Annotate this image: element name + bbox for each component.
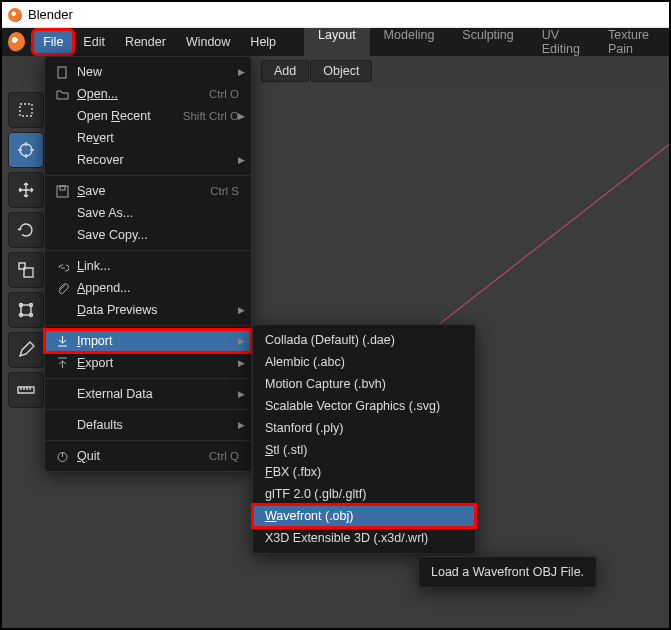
import-alembic[interactable]: Alembic (.abc) <box>253 351 475 373</box>
file-defaults[interactable]: Defaults ▶ <box>45 414 251 436</box>
separator <box>45 440 251 441</box>
menu-file[interactable]: File <box>33 30 73 54</box>
shortcut-text: Shift Ctrl O <box>183 110 239 122</box>
import-svg[interactable]: Scalable Vector Graphics (.svg) <box>253 395 475 417</box>
file-save-as-label: Save As... <box>77 206 243 220</box>
save-icon <box>53 185 71 198</box>
import-collada[interactable]: Collada (Default) (.dae) <box>253 329 475 351</box>
file-save-label: Save <box>77 184 210 198</box>
submenu-arrow-icon: ▶ <box>238 336 245 346</box>
ruler-icon <box>16 380 36 400</box>
import-submenu: Collada (Default) (.dae) Alembic (.abc) … <box>252 324 476 554</box>
file-append-label: Append... <box>77 281 243 295</box>
link-icon <box>53 260 71 273</box>
tool-tweak[interactable] <box>8 92 44 128</box>
toolbar-left <box>8 92 48 408</box>
import-bvh[interactable]: Motion Capture (.bvh) <box>253 373 475 395</box>
svg-rect-10 <box>58 67 66 78</box>
tool-transform[interactable] <box>8 292 44 328</box>
tab-texture-paint[interactable]: Texture Pain <box>594 28 663 61</box>
file-import[interactable]: Import ▶ <box>45 330 251 352</box>
menu-window[interactable]: Window <box>176 30 240 54</box>
file-new[interactable]: New ▶ <box>45 61 251 83</box>
submenu-arrow-icon: ▶ <box>238 420 245 430</box>
menu-render[interactable]: Render <box>115 30 176 54</box>
file-data-previews[interactable]: Data Previews ▶ <box>45 299 251 321</box>
separator <box>45 325 251 326</box>
menu-help[interactable]: Help <box>240 30 286 54</box>
tool-annotate[interactable] <box>8 332 44 368</box>
file-revert[interactable]: Revert <box>45 127 251 149</box>
scale-icon <box>16 260 36 280</box>
file-revert-label: Revert <box>77 131 243 145</box>
export-icon <box>53 357 71 370</box>
file-open-recent[interactable]: Open Recent Shift Ctrl O ▶ <box>45 105 251 127</box>
titlebar: Blender <box>2 2 669 28</box>
file-open[interactable]: Open... Ctrl O <box>45 83 251 105</box>
pencil-icon <box>16 340 36 360</box>
menu-edit[interactable]: Edit <box>73 30 115 54</box>
import-x3d[interactable]: X3D Extensible 3D (.x3d/.wrl) <box>253 527 475 549</box>
file-export-label: Export <box>77 356 243 370</box>
tool-move[interactable] <box>8 172 44 208</box>
import-fbx[interactable]: FBX (.fbx) <box>253 461 475 483</box>
app-content: File Edit Render Window Help Layout Mode… <box>2 28 669 628</box>
file-recover-label: Recover <box>77 153 243 167</box>
tab-uv-editing[interactable]: UV Editing <box>528 28 594 61</box>
submenu-arrow-icon: ▶ <box>238 67 245 77</box>
tool-cursor[interactable] <box>8 132 44 168</box>
cursor-icon <box>16 140 36 160</box>
file-save[interactable]: Save Ctrl S <box>45 180 251 202</box>
header-object[interactable]: Object <box>310 60 372 82</box>
svg-rect-0 <box>20 104 32 116</box>
tool-measure[interactable] <box>8 372 44 408</box>
file-import-label: Import <box>77 334 243 348</box>
submenu-arrow-icon: ▶ <box>238 111 245 121</box>
separator <box>45 250 251 251</box>
import-ply[interactable]: Stanford (.ply) <box>253 417 475 439</box>
folder-icon <box>53 88 71 101</box>
file-previews-label: Data Previews <box>77 303 243 317</box>
import-wavefront-obj[interactable]: Wavefront (.obj) <box>253 505 475 527</box>
transform-icon <box>16 300 36 320</box>
file-save-copy[interactable]: Save Copy... <box>45 224 251 246</box>
file-recover[interactable]: Recover ▶ <box>45 149 251 171</box>
app-window: Blender File Edit Render Window Help Lay… <box>0 0 671 630</box>
header-add[interactable]: Add <box>261 60 309 82</box>
import-stl[interactable]: Stl (.stl) <box>253 439 475 461</box>
rotate-icon <box>16 220 36 240</box>
shortcut-text: Ctrl Q <box>209 450 239 462</box>
paperclip-icon <box>53 282 71 295</box>
tool-rotate[interactable] <box>8 212 44 248</box>
file-append[interactable]: Append... <box>45 277 251 299</box>
file-link[interactable]: Link... <box>45 255 251 277</box>
separator <box>45 175 251 176</box>
file-external-label: External Data <box>77 387 243 401</box>
file-open-recent-label: Open Recent <box>77 109 183 123</box>
tab-layout[interactable]: Layout <box>304 28 370 61</box>
file-defaults-label: Defaults <box>77 418 243 432</box>
tab-modeling[interactable]: Modeling <box>370 28 449 61</box>
import-icon <box>53 335 71 348</box>
import-gltf[interactable]: glTF 2.0 (.glb/.gltf) <box>253 483 475 505</box>
shortcut-text: Ctrl O <box>209 88 239 100</box>
file-icon <box>53 66 71 79</box>
file-quit[interactable]: Quit Ctrl Q <box>45 445 251 467</box>
file-export[interactable]: Export ▶ <box>45 352 251 374</box>
tab-sculpting[interactable]: Sculpting <box>448 28 527 61</box>
file-external-data[interactable]: External Data ▶ <box>45 383 251 405</box>
svg-rect-12 <box>60 186 65 190</box>
file-save-copy-label: Save Copy... <box>77 228 243 242</box>
file-save-as[interactable]: Save As... <box>45 202 251 224</box>
submenu-arrow-icon: ▶ <box>238 389 245 399</box>
submenu-arrow-icon: ▶ <box>238 305 245 315</box>
tooltip: Load a Wavefront OBJ File. <box>418 556 597 588</box>
submenu-arrow-icon: ▶ <box>238 155 245 165</box>
top-menu: File Edit Render Window Help Layout Mode… <box>2 28 669 56</box>
select-box-icon <box>16 100 36 120</box>
file-new-label: New <box>77 65 243 79</box>
power-icon <box>53 450 71 463</box>
file-open-label: Open... <box>77 87 209 101</box>
tool-scale[interactable] <box>8 252 44 288</box>
workspace-tabs: Layout Modeling Sculpting UV Editing Tex… <box>304 28 663 61</box>
